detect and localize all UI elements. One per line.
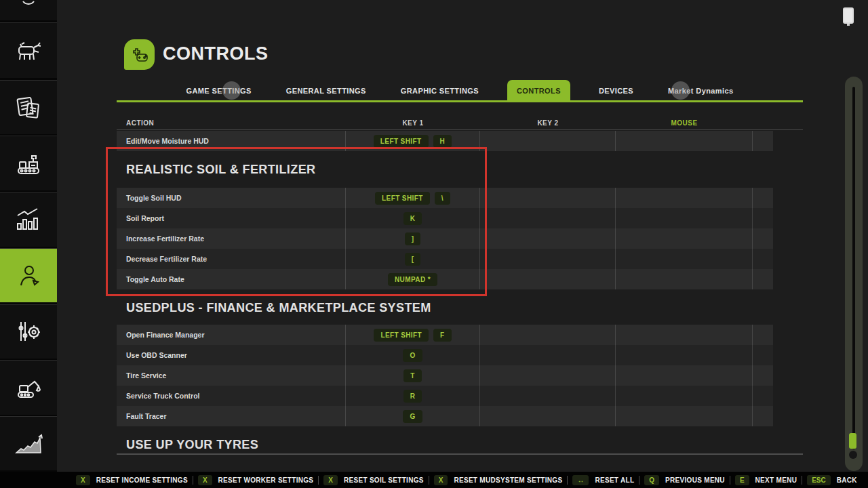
mouse-cell [616, 345, 753, 365]
tab-devices[interactable]: DEVICES [593, 80, 639, 101]
table-row[interactable]: Decrease Fertilizer Rate[ [117, 249, 773, 269]
key-badge[interactable]: F [433, 329, 452, 342]
hotkey-reset-soil-settings[interactable]: XRESET SOIL SETTINGS [323, 475, 423, 485]
hotkey-reset-income-settings[interactable]: XRESET INCOME SETTINGS [76, 475, 188, 485]
separator [193, 476, 193, 485]
hotkey-key-badge: Q [644, 475, 659, 485]
hotkey-key-badge: X [323, 475, 338, 485]
page-title: CONTROLS [163, 43, 269, 64]
table-row[interactable]: Open Finance ManagerLEFT SHIFTF [117, 325, 773, 345]
table-row[interactable]: Use OBD ScannerO [117, 345, 773, 365]
action-cell: Fault Tracer [117, 406, 346, 426]
key-badge[interactable]: LEFT SHIFT [374, 329, 429, 342]
key-badge[interactable]: T [403, 369, 422, 382]
hotkey-next-menu[interactable]: ENEXT MENU [735, 475, 797, 485]
key-badge[interactable]: [ [405, 253, 421, 266]
key2-cell [480, 365, 616, 386]
hotkey-label: RESET MUDSYSTEM SETTINGS [454, 476, 562, 484]
row-tail [753, 386, 773, 406]
table-row[interactable]: Service Truck ControlR [117, 386, 773, 406]
hotkey-reset-mudsystem-settings[interactable]: XRESET MUDSYSTEM SETTINGS [434, 475, 563, 485]
key-badge[interactable]: H [433, 135, 452, 148]
table-row[interactable]: Fault TracerG [117, 406, 773, 426]
hotkey-key-badge: X [198, 475, 212, 485]
key-badge[interactable]: G [403, 410, 422, 423]
hotkey-reset-all[interactable]: ↔RESET ALL [572, 475, 634, 485]
key-badge[interactable]: R [403, 390, 422, 403]
action-cell: Toggle Auto Rate [117, 269, 346, 289]
key-badge[interactable]: NUMPAD * [388, 273, 437, 286]
key2-cell [480, 269, 616, 289]
action-cell: Soil Report [117, 208, 346, 228]
action-cell: Tire Service [117, 365, 346, 386]
key-badge[interactable]: LEFT SHIFT [374, 135, 429, 148]
action-cell: Increase Fertilizer Rate [117, 228, 346, 249]
hotkey-label: RESET WORKER SETTINGS [218, 476, 314, 484]
row-tail [753, 269, 773, 289]
action-label: Service Truck Control [126, 392, 200, 400]
sidebar-item-settings-tuning[interactable] [0, 304, 57, 359]
hotkey-label: BACK [837, 476, 857, 484]
table-row[interactable]: Soil ReportK [117, 208, 773, 228]
documents-icon [15, 94, 42, 121]
key1-cell: R [346, 386, 480, 406]
table-row[interactable]: Increase Fertilizer Rate] [117, 228, 773, 249]
table-row[interactable]: Tire ServiceT [117, 365, 773, 386]
key1-cell: LEFT SHIFT\ [346, 188, 480, 208]
sliders-gear-icon [14, 318, 43, 346]
key1-cell: LEFT SHIFTF [346, 325, 480, 345]
sidebar-item-time[interactable] [0, 0, 57, 20]
sidebar-item-finances[interactable] [0, 416, 57, 470]
action-label: Use OBD Scanner [126, 351, 187, 359]
sidebar-item-construction[interactable] [0, 360, 57, 415]
action-label: Soil Report [126, 214, 164, 222]
main-content: CONTROLS GAME SETTINGS GENERAL SETTINGS … [57, 0, 868, 488]
key-badge[interactable]: O [403, 349, 422, 362]
hotkey-label: RESET SOIL SETTINGS [344, 476, 424, 484]
scrollbar-thumb[interactable] [849, 433, 856, 449]
sidebar-item-statistics[interactable] [0, 192, 57, 247]
section-title: REALISTIC SOIL & FERTILIZER [117, 159, 773, 180]
key-badge[interactable]: LEFT SHIFT [375, 192, 430, 205]
person-icon [14, 262, 43, 289]
clock-icon [15, 0, 42, 20]
sidebar-item-controls-person[interactable] [0, 248, 57, 302]
row-tail [753, 406, 773, 426]
tab-general-settings[interactable]: GENERAL SETTINGS [280, 80, 372, 101]
key1-cell: O [346, 345, 480, 365]
mouse-cell [616, 386, 753, 406]
tab-graphic-settings[interactable]: GRAPHIC SETTINGS [395, 80, 485, 101]
sidebar-item-animals[interactable] [0, 22, 57, 78]
table-row[interactable]: Toggle Soil HUDLEFT SHIFT\ [117, 188, 773, 208]
key2-cell [480, 228, 616, 249]
action-cell: Service Truck Control [117, 386, 346, 406]
key-badge[interactable]: \ [435, 192, 450, 205]
row-tail [753, 228, 773, 249]
tab-game-settings[interactable]: GAME SETTINGS [180, 80, 257, 101]
sidebar-item-production[interactable] [0, 136, 57, 190]
hotkey-key-badge: X [434, 475, 448, 485]
key2-cell [480, 188, 616, 208]
action-label: Toggle Auto Rate [126, 275, 184, 283]
key1-cell: G [346, 406, 480, 426]
action-cell: Toggle Soil HUD [117, 188, 346, 208]
tab-controls[interactable]: CONTROLS [507, 80, 570, 101]
tab-nav-right-dot[interactable] [671, 81, 690, 100]
key-badge[interactable]: K [403, 212, 422, 225]
table-row[interactable]: Toggle Auto RateNUMPAD * [117, 269, 773, 289]
hotkey-reset-worker-settings[interactable]: XRESET WORKER SETTINGS [198, 475, 313, 485]
tab-nav-left-dot[interactable] [222, 81, 241, 100]
hotkey-previous-menu[interactable]: QPREVIOUS MENU [644, 475, 725, 485]
key-badge[interactable]: ] [405, 232, 421, 245]
hotkey-back[interactable]: ESCBACK [807, 475, 857, 485]
key1-cell: NUMPAD * [346, 269, 480, 289]
section-title: USE UP YOUR TYRES [117, 434, 773, 455]
sidebar-item-contracts[interactable] [0, 80, 57, 134]
column-header-key1: KEY 1 [346, 117, 480, 129]
separator [730, 476, 730, 485]
mouse-cell [616, 269, 753, 289]
hotkey-label: NEXT MENU [755, 476, 797, 484]
separator [639, 476, 639, 485]
table-row[interactable]: Edit/Move Moisture HUDLEFT SHIFTH [117, 131, 773, 151]
key2-cell [480, 131, 616, 151]
